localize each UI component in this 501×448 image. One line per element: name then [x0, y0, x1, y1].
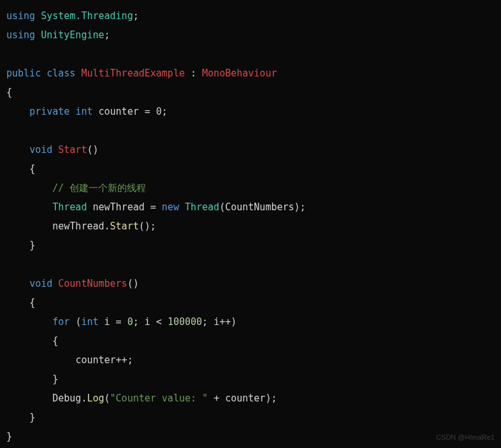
new-keyword: new: [162, 201, 179, 213]
debug-obj: Debug: [52, 393, 81, 404]
comment: // 创建一个新的线程: [52, 182, 146, 194]
void-keyword: void: [29, 144, 52, 155]
class-keyword: class: [47, 68, 75, 79]
start-call: Start: [110, 220, 139, 232]
thread-type: Thread: [52, 201, 87, 213]
namespace: System.Threading: [41, 10, 133, 22]
for-keyword: for: [52, 316, 69, 328]
counter-increment: counter++: [75, 354, 127, 366]
private-keyword: private: [29, 106, 69, 117]
watermark: CSDN @HImaRe1: [436, 430, 495, 444]
code-editor: using System.Threading; using UnityEngin…: [6, 6, 495, 446]
start-method: Start: [58, 144, 87, 155]
int-keyword: int: [75, 106, 92, 117]
thread-ctor: Thread: [185, 201, 219, 213]
newthread-var: newThread: [92, 201, 144, 213]
countnumbers-arg: CountNumbers: [225, 201, 294, 213]
zero-literal: 0: [156, 106, 162, 117]
countnumbers-method: CountNumbers: [58, 278, 127, 289]
using-keyword: using: [6, 29, 35, 41]
base-class: MonoBehaviour: [202, 68, 277, 79]
using-keyword: using: [6, 10, 35, 22]
counter-var: counter: [99, 106, 139, 117]
void-keyword: void: [29, 278, 52, 289]
public-keyword: public: [6, 68, 41, 79]
class-name: MultiThreadExample: [81, 68, 185, 79]
namespace: UnityEngine: [41, 29, 104, 41]
log-call: Log: [87, 393, 104, 404]
loop-limit: 100000: [168, 316, 202, 328]
log-string: "Counter value: ": [110, 393, 208, 404]
